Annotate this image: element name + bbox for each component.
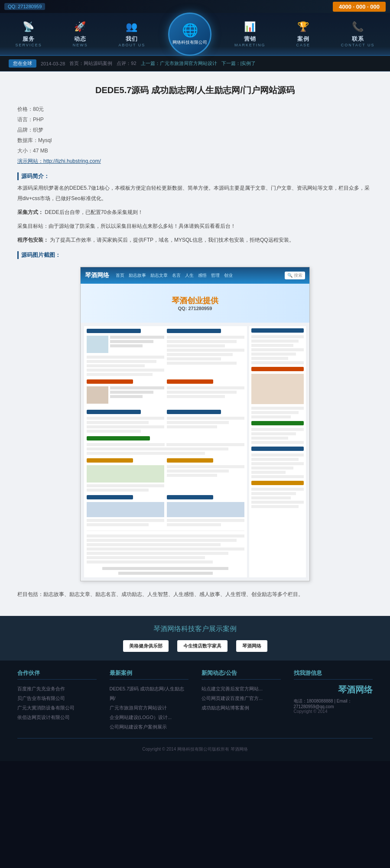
logo-text: 网络科技有限公司 <box>172 39 207 45</box>
clients-logos: 美格健身俱乐部 今生情店数字家具 琴酒网络 <box>17 640 373 652</box>
footer-copyright-line: Copyright © 2014 <box>294 709 373 714</box>
footer-link-2[interactable]: 贝广告业市场有限公司 <box>17 693 97 703</box>
intro-title: 源码简介： <box>17 172 373 180</box>
mockup-section-9 <box>87 495 244 526</box>
size: 大小：47 MB <box>17 146 373 156</box>
footer-col-news: 新闻动态/公告 站点建立完善后发官方网站... 公司网页建设百度推广官方... … <box>202 669 281 732</box>
footer-case-link-2[interactable]: 广元市旅游局官方网站设计 <box>110 703 189 713</box>
cases-icon: 🏆 <box>297 21 309 32</box>
mockup-section-3 <box>87 379 164 406</box>
footer-col-cases: 最新案例 DEDE5.7源码 成功励志网/人生励志网/ 广元市旅游局官方网站设计… <box>110 669 189 732</box>
mockup-sidebar <box>249 326 306 577</box>
about-icon: 👥 <box>126 21 138 32</box>
services-label: 服务 <box>23 35 35 43</box>
mockup-section-6 <box>167 410 244 433</box>
footer-brand: 琴酒网络 <box>338 684 373 696</box>
mockup-section-5 <box>87 410 164 433</box>
client-logo-1: 美格健身俱乐部 <box>123 640 169 652</box>
mockup-section-8 <box>87 458 244 492</box>
install-section: 程序包安装： 为了提高工作效率，请买家购买后，提供FTP，域名，MYSQL信息，… <box>17 235 373 245</box>
footer-case-link-3[interactable]: 企业网站建设(LOGO）设计... <box>110 713 189 722</box>
mockup-section-1 <box>87 329 164 376</box>
footer-col-cases-title: 最新案例 <box>110 669 189 680</box>
mockup-section-7 <box>87 436 244 455</box>
main-content: DEDE5.7源码 成功励志网/人生励志网/门户网站源码 价格：80元 语言：P… <box>0 71 390 616</box>
footer-logo-area: 琴酒网络 <box>294 684 373 696</box>
mockup-banner: 琴酒创业提供 QQ: 271280959 <box>81 284 309 323</box>
mockup-content <box>81 323 309 581</box>
cases-sub: CASE <box>296 43 310 47</box>
demo-preview-mockup: 琴酒网络 首页 励志故事 励志文章 名言 人生 感悟 哲理 创业 🔍 搜索 琴酒… <box>80 267 310 581</box>
footer-news-link-1[interactable]: 站点建立完善后发官方网站... <box>202 684 281 693</box>
collect-title: 采集方式： DEDE后台自带，已配置70余条采集规则！ <box>17 207 373 217</box>
intro-text: 本源码采用织梦著名的DEDE5.7做1核心，本模板方便定自轻松更新数据、简单方便… <box>17 183 373 204</box>
demo-title: 源码图片截图： <box>17 251 373 259</box>
footer-link-1[interactable]: 百度推广先充业务合作 <box>17 684 97 693</box>
breadcrumb-bar: 您在全球 2014-03-28 首页：网站源码案例 点评：92 上一篇：广元市旅… <box>0 56 390 71</box>
section-long-desc: 栏目包括：励志故事、励志文章、励志名言、成功励志、人生智慧、人生感悟、感人故事、… <box>17 589 373 599</box>
collect-note: 采集目标站：由于源站做了防采集，所以以采集目标站点来那么多站！具体请购买后看看后… <box>17 221 373 231</box>
clients-title: 琴酒网络科技客户展示案例 <box>17 625 373 634</box>
header: 📡 服务 SERVICES 🚀 动态 NEWS 👥 我们 ABOUT US 🌐 … <box>0 13 390 56</box>
nav-services[interactable]: 📡 服务 SERVICES <box>7 17 49 52</box>
nav-cases[interactable]: 🏆 案例 CASE <box>288 17 318 52</box>
footer: 合作伙伴 百度推广先充业务合作 贝广告业市场有限公司 广元大冀消防设备有限公司 … <box>0 661 390 761</box>
footer-top: 合作伙伴 百度推广先充业务合作 贝广告业市场有限公司 广元大冀消防设备有限公司 … <box>17 669 373 738</box>
mockup-main-area <box>84 326 247 577</box>
news-icon: 🚀 <box>74 21 86 32</box>
footer-col-news-title: 新闻动态/公告 <box>202 669 281 680</box>
contact-sub: CONTACT US <box>341 43 375 47</box>
mockup-search[interactable]: 🔍 搜索 <box>285 272 305 279</box>
mockup-bottom-text <box>87 531 244 564</box>
database: 数据库：Mysql <box>17 135 373 146</box>
footer-bottom: Copyright © 2014 网络科技有限公司版权所有 琴酒网络 <box>17 746 373 752</box>
client-logo-2: 今生情店数字家具 <box>177 640 228 652</box>
breadcrumb-prev[interactable]: 上一篇：广元市旅游局官方网站设计 <box>141 60 217 67</box>
about-label: 我们 <box>126 35 138 43</box>
about-sub: ABOUT US <box>119 43 146 47</box>
nav-news[interactable]: 🚀 动态 NEWS <box>65 17 96 52</box>
footer-news-link-2[interactable]: 公司网页建设百度推广官方... <box>202 693 281 703</box>
breadcrumb-location: 首页：网站源码案例 <box>69 60 112 67</box>
mockup-section-2 <box>167 329 244 376</box>
qq-badge: QQ: 271280959 <box>4 3 45 10</box>
marketing-sub: MARKETING <box>234 43 266 47</box>
top-bar: QQ: 271280959 4000 · 000 · 000 <box>0 0 390 13</box>
breadcrumb-comment: 点评：92 <box>117 60 136 67</box>
footer-link-3[interactable]: 广元大冀消防设备有限公司 <box>17 703 97 713</box>
contact-icon: 📞 <box>352 21 364 32</box>
breadcrumb-next[interactable]: 下一篇：|实例了 <box>221 60 256 67</box>
price: 价格：80元 <box>17 104 373 114</box>
center-logo[interactable]: 🌐 网络科技有限公司 <box>168 13 211 56</box>
footer-case-link-4[interactable]: 公司网站建设客户案例展示 <box>110 722 189 732</box>
nav-about[interactable]: 👥 我们 ABOUT US <box>111 17 153 52</box>
language: 语言：PHP <box>17 114 373 125</box>
brand: 品牌：织梦 <box>17 125 373 135</box>
marketing-icon: 📊 <box>244 21 256 32</box>
footer-case-link-1[interactable]: DEDE5.7源码 成功励志网/人生励志网/ <box>110 684 189 703</box>
contact-label: 联系 <box>352 35 364 43</box>
home-btn[interactable]: 您在全球 <box>9 59 36 68</box>
mockup-nav: 首页 励志故事 励志文章 名言 人生 感悟 哲理 创业 <box>116 272 233 279</box>
demo-url[interactable]: 演示网站：http://lizhi.hubstring.com/ <box>17 156 373 166</box>
footer-link-4[interactable]: 依佰达网页设计有限公司 <box>17 713 97 722</box>
nav-marketing[interactable]: 📊 营销 MARKETING <box>227 17 273 52</box>
footer-col-partners-title: 合作伙伴 <box>17 669 97 680</box>
footer-contact-line: 电话：18008088888 | Email：271280959@qq.com <box>294 698 373 709</box>
footer-col-info-title: 找我游信息 <box>294 669 373 680</box>
nav-contact[interactable]: 📞 联系 CONTACT US <box>333 17 383 52</box>
footer-col-partners: 合作伙伴 百度推广先充业务合作 贝广告业市场有限公司 广元大冀消防设备有限公司 … <box>17 669 97 732</box>
breadcrumb-date: 2014-03-28 <box>41 61 65 66</box>
client-logo-3: 琴酒网络 <box>236 640 267 652</box>
services-icon: 📡 <box>23 21 35 32</box>
services-sub: SERVICES <box>15 43 42 47</box>
footer-news-link-3[interactable]: 成功励志网站博客案例 <box>202 703 281 713</box>
clients-section: 琴酒网络科技客户展示案例 美格健身俱乐部 今生情店数字家具 琴酒网络 <box>0 616 390 661</box>
mockup-logo: 琴酒网络 <box>85 272 109 279</box>
marketing-label: 营销 <box>244 35 256 43</box>
news-label: 动态 <box>74 35 86 43</box>
article-meta: 价格：80元 语言：PHP 品牌：织梦 数据库：Mysql 大小：47 MB 演… <box>17 104 373 166</box>
mockup-footer <box>87 567 244 575</box>
cases-label: 案例 <box>297 35 309 43</box>
mockup-header: 琴酒网络 首页 励志故事 励志文章 名言 人生 感悟 哲理 创业 🔍 搜索 <box>81 267 309 284</box>
